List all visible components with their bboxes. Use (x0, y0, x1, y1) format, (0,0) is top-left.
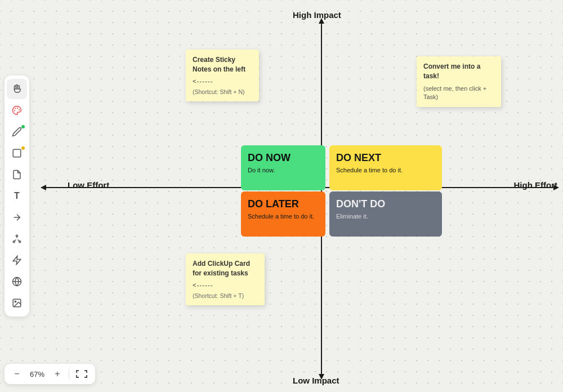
sticky-note-1[interactable]: Create Sticky Notes on the left <------ … (186, 50, 259, 101)
shape-dot (21, 146, 25, 150)
svg-marker-8 (13, 256, 21, 265)
zoom-divider (69, 369, 69, 379)
svg-point-1 (19, 110, 20, 110)
text-tool-button[interactable]: T (7, 186, 27, 206)
dont-do-title: DON'T DO (336, 198, 435, 211)
do-now-quadrant[interactable]: DO NOW Do it now. (241, 145, 325, 190)
left-toolbar: T (5, 75, 29, 317)
hand-tool-button[interactable] (7, 79, 27, 99)
sticky-note-3-dash: <------ (193, 280, 258, 289)
pencil-tool-button[interactable] (7, 122, 27, 142)
sticky-note-1-dash: <------ (193, 77, 252, 86)
svg-point-0 (17, 108, 18, 109)
zoom-value: 67% (28, 370, 46, 378)
high-impact-label: High Impact (293, 10, 341, 20)
canvas-area: High Impact Low Impact Low Effort High E… (34, 0, 563, 392)
dont-do-subtitle: Eliminate it. (336, 213, 435, 220)
low-impact-label: Low Impact (293, 376, 339, 385)
sticky-note-2-sub: (select me, then click + Task) (423, 84, 494, 102)
globe-tool-button[interactable] (7, 271, 27, 292)
sticky-note-3[interactable]: Add ClickUp Card for existing tasks <---… (186, 253, 265, 305)
do-later-subtitle: Schedule a time to do it. (248, 213, 319, 220)
do-next-subtitle: Schedule a time to do it. (336, 167, 435, 173)
sticky-note-1-title: Create Sticky Notes on the left (193, 55, 252, 74)
sticky-tool-button[interactable] (7, 164, 27, 185)
zoom-in-button[interactable]: + (51, 367, 64, 381)
image-tool-button[interactable] (7, 293, 27, 313)
connect-tool-button[interactable] (7, 229, 27, 249)
svg-point-5 (16, 235, 18, 237)
do-next-quadrant[interactable]: DO NEXT Schedule a time to do it. (329, 145, 442, 190)
zoom-out-button[interactable]: − (10, 367, 24, 381)
pencil-dot (21, 125, 25, 128)
dont-do-quadrant[interactable]: DON'T DO Eliminate it. (329, 191, 442, 237)
do-now-title: DO NOW (248, 152, 319, 164)
do-now-subtitle: Do it now. (248, 167, 319, 173)
low-effort-label: Low Effort (68, 180, 109, 190)
ai-tool-button[interactable] (7, 250, 27, 270)
svg-rect-4 (13, 149, 21, 157)
sticky-note-3-shortcut: (Shortcut: Shift + T) (193, 292, 258, 300)
arrow-tool-button[interactable] (7, 207, 27, 228)
sticky-note-2-title: Convert me into a task! (423, 62, 494, 81)
do-next-title: DO NEXT (336, 152, 435, 164)
svg-point-2 (15, 108, 16, 109)
sticky-note-2[interactable]: Convert me into a task! (select me, then… (417, 56, 501, 107)
high-effort-label: High Effort (514, 180, 557, 190)
do-later-quadrant[interactable]: DO LATER Schedule a time to do it. (241, 191, 325, 237)
zoom-fit-button[interactable] (74, 367, 90, 381)
zoom-toolbar: − 67% + (5, 364, 95, 384)
svg-point-3 (15, 110, 15, 111)
shape-tool-button[interactable] (7, 143, 27, 163)
sticky-note-1-shortcut: (Shortcut: Shift + N) (193, 88, 252, 96)
paint-tool-button[interactable] (7, 100, 27, 121)
svg-point-12 (15, 301, 16, 302)
sticky-note-3-title: Add ClickUp Card for existing tasks (193, 259, 258, 278)
do-later-title: DO LATER (248, 198, 319, 211)
